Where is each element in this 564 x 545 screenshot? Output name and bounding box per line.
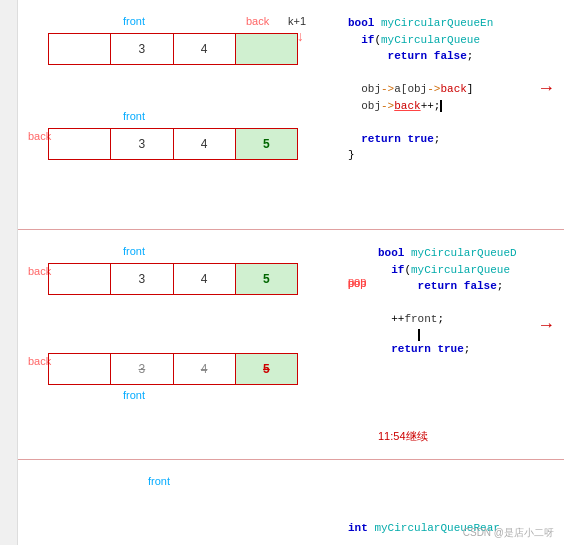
cell-2: 4 — [174, 34, 236, 64]
array-top-s2: 3 4 5 — [48, 263, 298, 295]
diagram-enqueue: front back k+1 ↓ — [28, 10, 348, 219]
cell-s2-2: 4 — [174, 264, 236, 294]
diagram-rear: front — [28, 470, 348, 535]
cell-b2: 4 — [174, 129, 236, 159]
left-scrollbar[interactable] — [0, 0, 18, 545]
code-block-2: bool myCircularQueueD if(myCircularQueue… — [378, 245, 554, 357]
cell-bs2-0 — [49, 354, 111, 384]
code-enqueue: bool myCircularQueueEn if(myCircularQueu… — [348, 10, 554, 219]
cursor-line-2 — [418, 329, 554, 341]
code-line-8: return true; — [348, 131, 554, 148]
front-label-s3: front — [148, 475, 170, 489]
cell-3-highlighted — [236, 34, 297, 64]
code-line-2: if(myCircularQueue — [348, 32, 554, 49]
code-d-line-3: return false; — [378, 278, 554, 295]
cell-b3-highlighted: 5 — [236, 129, 297, 159]
content-area: front back k+1 ↓ — [18, 0, 564, 545]
code-d-line-4 — [378, 295, 554, 312]
front-label-bottom-s2: front — [123, 389, 145, 403]
section-dequeue: back front 3 4 5 — [18, 230, 564, 460]
code-line-5: obj->a[obj->back] — [348, 81, 554, 98]
code-d-line-1: bool myCircularQueueD — [378, 245, 554, 262]
main-container: front back k+1 ↓ — [0, 0, 564, 545]
code-dequeue: pop pop pop bool myCircularQueueD if(myC… — [348, 240, 554, 449]
code-line-4 — [348, 65, 554, 82]
front-label-top-s2: front — [123, 245, 145, 259]
cell-bs2-1: 3 — [111, 354, 173, 384]
code-line-7 — [348, 114, 554, 131]
red-arrow-1: ← — [541, 78, 552, 98]
front-label-bottom: front — [123, 110, 145, 124]
cell-1: 3 — [111, 34, 173, 64]
section-enqueue: front back k+1 ↓ — [18, 0, 564, 230]
code-block-1: bool myCircularQueueEn if(myCircularQueu… — [348, 15, 554, 164]
code-d-line-5: ++front; — [378, 311, 554, 328]
array-bottom-s2: 3 4 5 — [48, 353, 298, 385]
cell-s2-0 — [49, 264, 111, 294]
code-line-6: obj->back++; — [348, 98, 554, 115]
cell-0 — [49, 34, 111, 64]
array-top-1: 3 4 — [48, 33, 298, 65]
red-arrow-2: ← — [541, 315, 552, 335]
cell-s2-1: 3 — [111, 264, 173, 294]
watermark: CSDN @是店小二呀 — [463, 526, 554, 540]
cell-s2-3: 5 — [236, 264, 297, 294]
code-d-line-6: return true; — [378, 341, 554, 358]
code-d-line-2: if(myCircularQueue — [378, 262, 554, 279]
array-bottom-1: 3 4 5 — [48, 128, 298, 160]
cell-b1: 3 — [111, 129, 173, 159]
diagram-dequeue: back front 3 4 5 — [28, 240, 348, 449]
code-line-9: } — [348, 147, 554, 164]
code-line-1: bool myCircularQueueEn — [348, 15, 554, 32]
cell-b0 — [49, 129, 111, 159]
back-label-top: back — [246, 15, 269, 29]
timestamp: 11:54继续 — [378, 429, 428, 444]
cursor — [440, 100, 442, 112]
cell-bs2-3: 5 — [236, 354, 297, 384]
cell-bs2-2: 4 — [174, 354, 236, 384]
code-line-3: return false; — [348, 48, 554, 65]
front-label-top: front — [123, 15, 145, 29]
